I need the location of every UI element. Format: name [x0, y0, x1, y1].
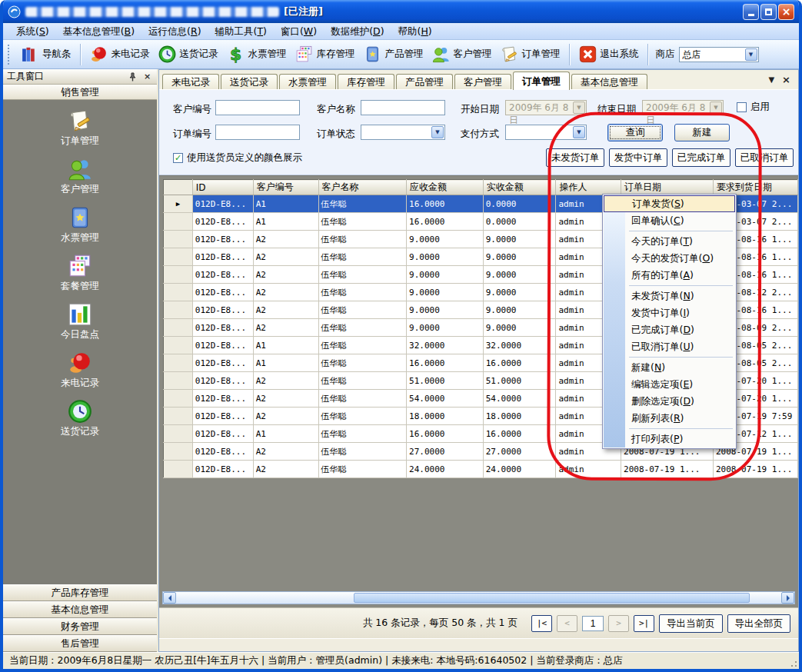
cell-customer-name[interactable]: 伍华聪 [318, 266, 407, 284]
cell-id[interactable]: 012D-E8... [192, 284, 253, 301]
toolbar-button-delivery-records[interactable]: 送货记录 [154, 43, 222, 65]
tab[interactable]: 送货记录 [221, 74, 278, 89]
order-status-combobox[interactable]: ▼ [361, 125, 445, 140]
cell-id[interactable]: 012D-E8... [192, 443, 253, 461]
cell-id[interactable]: 012D-E8... [192, 372, 253, 390]
cell-receivable[interactable]: 9.0000 [407, 301, 484, 319]
row-selector-cell[interactable] [164, 284, 193, 301]
cell-received[interactable]: 9.0000 [483, 248, 556, 266]
context-menu-item[interactable]: 新建(N) [604, 359, 735, 376]
cell-customer-no[interactable]: A2 [253, 319, 318, 337]
customer-name-input[interactable] [361, 100, 445, 115]
cell-received[interactable]: 16.0000 [483, 425, 556, 443]
cell-customer-name[interactable]: 伍华聪 [318, 425, 407, 443]
toolbar-button-product[interactable]: 产品管理 [359, 43, 428, 65]
row-selector-cell[interactable] [164, 443, 193, 461]
cell-customer-no[interactable]: A2 [253, 390, 318, 408]
row-selector-cell[interactable] [164, 408, 193, 425]
cell-receivable[interactable]: 32.0000 [407, 337, 484, 354]
cell-customer-no[interactable]: A1 [253, 425, 318, 443]
cell-id[interactable]: 012D-E8... [192, 301, 253, 319]
context-menu-item[interactable]: 打印列表(P) [604, 431, 735, 447]
export-all-pages-button[interactable]: 导出全部页 [727, 614, 791, 633]
cell-customer-name[interactable]: 伍华聪 [318, 195, 407, 213]
tab[interactable]: 库存管理 [338, 74, 394, 89]
row-selector-cell[interactable] [164, 248, 193, 266]
row-selector-cell[interactable] [164, 301, 193, 319]
toolbar-button-call-records[interactable]: 来电记录 [85, 43, 154, 65]
cell-receivable[interactable]: 9.0000 [407, 266, 484, 284]
column-header-customer-name[interactable]: 客户名称 [318, 180, 407, 195]
cell-customer-name[interactable]: 伍华聪 [318, 443, 407, 461]
cell-received[interactable]: 0.0000 [483, 195, 556, 213]
cell-customer-name[interactable]: 伍华聪 [318, 408, 407, 425]
cell-customer-no[interactable]: A1 [253, 213, 318, 231]
scroll-left-button[interactable] [163, 592, 176, 604]
cell-receivable[interactable]: 16.0000 [407, 425, 484, 443]
cell-receivable[interactable]: 16.0000 [407, 213, 484, 231]
menu-item[interactable]: 窗口(W) [274, 23, 324, 39]
sidebar-item-delivery-records[interactable]: 送货记录 [61, 398, 99, 447]
tab[interactable]: 水票管理 [279, 74, 336, 89]
column-header-customer-no[interactable]: 客户编号 [253, 180, 318, 195]
cell-customer-no[interactable]: A2 [253, 266, 318, 284]
pin-button[interactable] [127, 71, 138, 82]
status-filter-button[interactable]: 发货中订单 [609, 148, 667, 167]
tab-close-icon[interactable]: × [782, 75, 790, 85]
column-header-required-date[interactable]: 要求到货日期 [713, 180, 797, 195]
resize-grip[interactable] [788, 658, 797, 667]
cell-customer-name[interactable]: 伍华聪 [318, 461, 407, 478]
cell-id[interactable]: 012D-E8... [192, 390, 253, 408]
enable-checkbox[interactable] [737, 102, 747, 112]
first-page-button[interactable]: |< [531, 615, 552, 632]
cell-receivable[interactable]: 9.0000 [407, 319, 484, 337]
row-selector-cell[interactable] [164, 372, 193, 390]
row-selector-cell[interactable] [164, 354, 193, 372]
menu-item[interactable]: 系统(S) [9, 23, 56, 39]
menu-item[interactable]: 辅助工具(T) [208, 23, 274, 39]
cell-receivable[interactable]: 24.0000 [407, 461, 484, 478]
status-filter-button[interactable]: 已取消订单 [735, 148, 794, 167]
cell-received[interactable]: 9.0000 [483, 266, 556, 284]
menu-item[interactable]: 数据维护(D) [324, 23, 391, 39]
cell-id[interactable]: 012D-E8... [192, 213, 253, 231]
query-button[interactable]: 查询 [607, 124, 663, 141]
sidebar-item-order[interactable]: 订单管理 [61, 108, 99, 156]
cell-received[interactable]: 9.0000 [483, 301, 556, 319]
cell-customer-name[interactable]: 伍华聪 [318, 284, 407, 301]
cell-order-date[interactable]: 2008-07-19 1... [621, 461, 714, 478]
cell-operator[interactable]: admin [556, 461, 621, 478]
cell-customer-no[interactable]: A1 [253, 337, 318, 354]
context-menu-item[interactable]: 刷新列表(R) [604, 410, 735, 427]
cell-received[interactable]: 9.0000 [483, 319, 556, 337]
cell-customer-no[interactable]: A1 [253, 354, 318, 372]
cell-customer-name[interactable]: 伍华聪 [318, 319, 407, 337]
cell-received[interactable]: 27.0000 [483, 443, 556, 461]
toolbar-button-navbar[interactable]: 导航条 [16, 43, 75, 65]
status-filter-button[interactable]: 已完成订单 [672, 148, 730, 167]
cell-received[interactable]: 54.0000 [483, 390, 556, 408]
customer-no-input[interactable] [215, 100, 300, 115]
toolbar-grip[interactable] [8, 45, 12, 65]
sidebar-group-bar[interactable]: 售后管理 [3, 635, 157, 652]
toolbar-button-exit[interactable]: 退出系统 [574, 43, 643, 65]
cell-customer-name[interactable]: 伍华聪 [318, 248, 407, 266]
column-header-received[interactable]: 实收金额 [483, 180, 556, 195]
context-menu-item[interactable]: 未发货订单(N) [604, 288, 735, 304]
column-header-selector[interactable] [164, 180, 193, 195]
sidebar-item-package[interactable]: 套餐管理 [61, 253, 99, 301]
menu-item[interactable]: 帮助(H) [391, 23, 439, 39]
scroll-right-button[interactable] [781, 592, 794, 604]
row-selector-cell[interactable] [164, 461, 193, 478]
last-page-button[interactable]: >| [634, 615, 654, 632]
cell-received[interactable]: 32.0000 [483, 337, 556, 354]
row-selector-cell[interactable]: ▶ [164, 195, 193, 213]
cell-customer-name[interactable]: 伍华聪 [318, 231, 407, 248]
pay-method-combobox[interactable]: ▼ [505, 125, 587, 140]
cell-customer-name[interactable]: 伍华聪 [318, 337, 407, 354]
chevron-down-icon[interactable]: ▼ [431, 126, 444, 138]
cell-received[interactable]: 51.0000 [483, 372, 556, 390]
start-date-picker[interactable]: 2009年 6月 8日 ▼ [505, 100, 587, 115]
toolbar-button-water-ticket[interactable]: $ 水票管理 [222, 43, 291, 65]
cell-customer-no[interactable]: A2 [253, 301, 318, 319]
